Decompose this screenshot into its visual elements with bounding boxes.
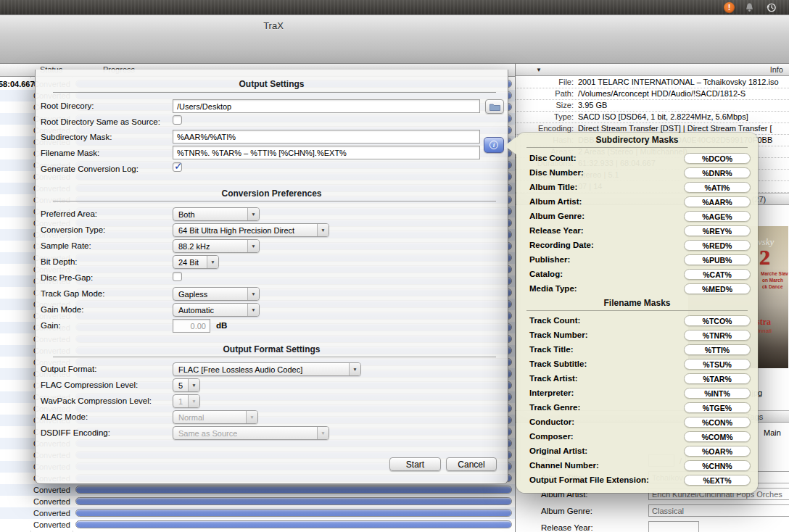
progress-bar [75, 497, 512, 505]
tab-main[interactable]: Main [764, 428, 781, 437]
mask-label: Track Genre: [529, 403, 580, 412]
preferred-area-dropdown[interactable]: Both [173, 207, 260, 221]
alert-icon[interactable] [724, 2, 735, 13]
filename-mask-input[interactable] [173, 146, 480, 159]
album-art-text: innati [758, 328, 772, 334]
track-gap-mode-label: Track Gap Mode: [41, 289, 104, 298]
mask-code-button[interactable]: %REY% [684, 225, 751, 236]
conversion-type-dropdown[interactable]: 64 Bit Ultra High Precision Direct [173, 223, 329, 237]
mask-label: Conductor: [529, 417, 574, 426]
same-as-source-checkbox[interactable] [173, 115, 182, 125]
info-row-value: 2001 TELARC INTERNATIONAL – Tchaikovsky … [578, 78, 779, 86]
window-title-bar[interactable]: TraX [0, 14, 789, 64]
info-row-label: File: [516, 77, 574, 88]
release-year-field-row: Release Year: [516, 521, 789, 532]
table-row[interactable]: Converted [0, 507, 515, 519]
flac-level-label: FLAC Compression Level: [41, 381, 138, 389]
info-row-label: Size: [516, 100, 574, 111]
info-row-value: Direct Stream Transfer [DST] | Direct St… [578, 124, 772, 133]
conversion-type-label: Conversion Type: [41, 225, 105, 234]
bit-depth-dropdown[interactable]: 24 Bit [173, 255, 219, 269]
mask-code-button[interactable]: %MED% [684, 283, 751, 294]
mask-code-button[interactable]: %TTI% [684, 344, 751, 355]
mask-code-button[interactable]: %CON% [684, 417, 751, 428]
table-row[interactable]: Converted [0, 484, 515, 496]
status-cell: Converted [33, 497, 70, 506]
mask-code-button[interactable]: %EXT% [684, 475, 751, 486]
mask-code-button[interactable]: %CAT% [684, 269, 751, 280]
mask-code-button[interactable]: %CHN% [684, 460, 751, 471]
album-art-text: stra [756, 317, 771, 328]
mask-code-button[interactable]: %PUB% [684, 254, 751, 265]
start-button[interactable]: Start [389, 457, 441, 471]
info-row-value: SACD ISO [DSD64, 1 bit, 2.8224MHz, 5.6Mb… [578, 112, 748, 121]
mask-code-button[interactable]: %RED% [684, 240, 751, 251]
table-row[interactable]: Converted [0, 519, 515, 531]
sample-rate-dropdown[interactable]: 88.2 kHz [173, 239, 260, 253]
progress-fill [76, 510, 511, 516]
mask-label: Album Artist: [529, 197, 582, 206]
generate-log-label: Generate Conversion Log: [41, 165, 139, 173]
progress-bar [75, 509, 512, 517]
mask-code-button[interactable]: %AAR% [684, 196, 751, 207]
cancel-button[interactable]: Cancel [446, 457, 497, 471]
mask-label: Publisher: [529, 255, 570, 264]
gain-mode-dropdown[interactable]: Automatic [173, 303, 260, 317]
info-panel-header[interactable]: ▼ Info [516, 64, 789, 76]
info-panel-title: Info [770, 65, 783, 74]
album-genre-field[interactable] [648, 504, 789, 517]
status-cell: Converted [33, 520, 70, 529]
mask-label: Disc Count: [529, 154, 577, 162]
dsdiff-encoding-label: DSDIFF Encoding: [41, 428, 110, 437]
mask-row: Catalog: %CAT% [516, 267, 758, 282]
time-machine-icon[interactable] [766, 2, 777, 13]
disc-pregap-checkbox[interactable] [173, 272, 182, 281]
release-year-label: Release Year: [541, 523, 593, 532]
bell-icon[interactable] [744, 2, 755, 13]
mask-code-button[interactable]: %COM% [684, 431, 751, 442]
release-year-field[interactable] [648, 521, 699, 532]
wavpack-level-label: WavPack Compression Level: [41, 396, 152, 405]
mask-row: Track Genre: %TGE% [516, 401, 758, 415]
mask-row: Disc Count: %DCO% [516, 151, 758, 166]
mask-code-button[interactable]: %ATI% [684, 182, 751, 193]
mask-row: Disc Number: %DNR% [516, 166, 758, 180]
subdirectory-mask-input[interactable] [173, 130, 480, 144]
mask-row: Publisher: %PUB% [516, 253, 758, 267]
mask-code-button[interactable]: %TCO% [684, 315, 751, 326]
disclosure-triangle-icon[interactable]: ▼ [536, 67, 542, 73]
info-row: Path:/Volumes/Arconcept HDD/Audio/!SACD/… [516, 88, 789, 100]
mask-label: Album Genre: [529, 212, 584, 220]
output-format-dropdown[interactable]: FLAC [Free Lossless Audio Codec] [173, 362, 361, 376]
divider [526, 147, 748, 148]
mask-code-button[interactable]: %TAR% [684, 373, 751, 384]
output-format-settings-title: Output Format Settings [36, 344, 508, 354]
mask-code-button[interactable]: %OAR% [684, 446, 751, 457]
generate-log-checkbox[interactable] [173, 162, 182, 172]
divider [53, 201, 496, 201]
mask-row: Album Genre: %AGE% [516, 209, 758, 224]
table-row[interactable]: Converted [0, 496, 515, 507]
folder-icon [489, 103, 500, 111]
dropdown-arrow-icon [188, 379, 199, 391]
mask-row: Album Title: %ATI% [516, 180, 758, 195]
mask-code-button[interactable]: %DNR% [684, 167, 751, 178]
album-genre-field-row: Album Genre: [516, 504, 789, 520]
track-gap-mode-dropdown[interactable]: Gapless [173, 287, 260, 301]
choose-folder-button[interactable] [485, 99, 504, 114]
mask-code-button[interactable]: %AGE% [684, 211, 751, 222]
root-directory-input[interactable] [173, 99, 480, 113]
mask-code-button[interactable]: %TGE% [684, 402, 751, 413]
preferred-area-label: Preferred Area: [41, 209, 97, 218]
mask-info-button[interactable]: i [484, 137, 504, 153]
mask-code-button[interactable]: %TNR% [684, 330, 751, 341]
filename-mask-label: Filename Mask: [41, 149, 99, 157]
sample-rate-label: Sample Rate: [41, 241, 91, 250]
info-icon: i [489, 141, 498, 149]
mask-code-button[interactable]: %TSU% [684, 359, 751, 370]
mask-code-button[interactable]: %INT% [684, 388, 751, 399]
subdirectory-mask-rows: Disc Count: %DCO% Disc Number: %DNR% Alb… [516, 151, 758, 296]
flac-level-dropdown[interactable]: 5 [173, 378, 200, 392]
mask-row: Channel Number: %CHN% [516, 459, 758, 473]
mask-code-button[interactable]: %DCO% [684, 153, 751, 164]
